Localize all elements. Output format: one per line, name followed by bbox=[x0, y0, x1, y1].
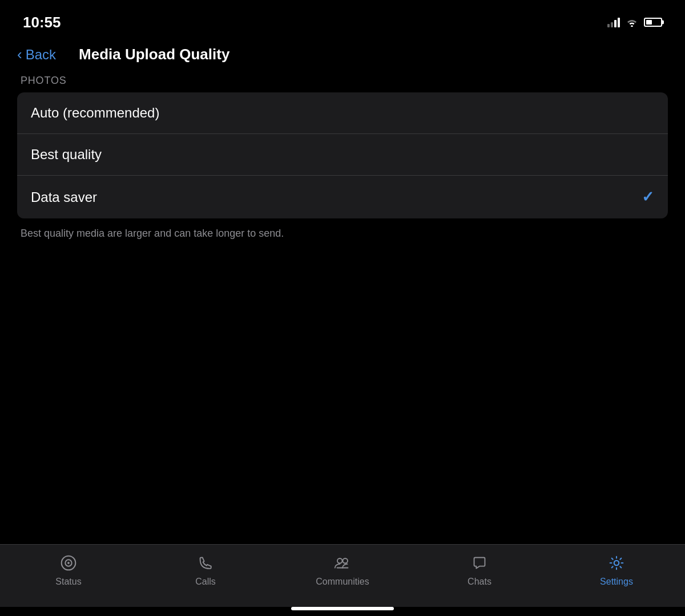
status-icons bbox=[607, 17, 662, 27]
hint-text: Best quality media are larger and can ta… bbox=[17, 226, 668, 241]
tab-calls-label: Calls bbox=[195, 577, 216, 587]
page-title: Media Upload Quality bbox=[79, 46, 229, 63]
option-auto[interactable]: Auto (recommended) bbox=[17, 92, 668, 134]
option-auto-label: Auto (recommended) bbox=[31, 105, 159, 121]
tab-settings[interactable]: Settings bbox=[588, 553, 645, 587]
svg-point-6 bbox=[614, 561, 619, 566]
selected-checkmark-icon: ✓ bbox=[642, 188, 654, 206]
section-label-photos: PHOTOS bbox=[17, 75, 668, 87]
svg-point-5 bbox=[342, 558, 348, 564]
communities-icon bbox=[332, 553, 353, 573]
main-content: PHOTOS Auto (recommended) Best quality D… bbox=[0, 75, 685, 544]
chats-icon bbox=[469, 553, 490, 573]
option-datasaver[interactable]: Data saver ✓ bbox=[17, 176, 668, 218]
photo-quality-options: Auto (recommended) Best quality Data sav… bbox=[17, 92, 668, 218]
battery-icon bbox=[644, 18, 662, 27]
status-time: 10:55 bbox=[23, 14, 61, 31]
svg-point-4 bbox=[337, 558, 342, 564]
tab-settings-label: Settings bbox=[600, 577, 633, 587]
tab-communities-label: Communities bbox=[316, 577, 369, 587]
chevron-left-icon: ‹ bbox=[17, 47, 22, 62]
tab-chats-label: Chats bbox=[468, 577, 491, 587]
nav-header: ‹ Back Media Upload Quality bbox=[0, 34, 685, 75]
wifi-icon bbox=[626, 18, 638, 27]
svg-point-3 bbox=[67, 562, 70, 564]
home-indicator bbox=[291, 607, 394, 610]
status-bar: 10:55 bbox=[0, 0, 685, 34]
option-best-label: Best quality bbox=[31, 147, 102, 163]
back-button[interactable]: ‹ Back bbox=[17, 47, 56, 63]
signal-icon bbox=[607, 17, 620, 27]
back-label: Back bbox=[26, 47, 56, 63]
tab-bar: Status Calls Communities Chats bbox=[0, 544, 685, 607]
status-icon bbox=[58, 553, 79, 573]
svg-point-0 bbox=[631, 25, 633, 27]
calls-icon bbox=[195, 553, 216, 573]
tab-communities[interactable]: Communities bbox=[314, 553, 371, 587]
tab-status-label: Status bbox=[55, 577, 81, 587]
tab-status[interactable]: Status bbox=[40, 553, 97, 587]
option-best[interactable]: Best quality bbox=[17, 134, 668, 176]
settings-icon bbox=[606, 553, 627, 573]
tab-calls[interactable]: Calls bbox=[177, 553, 234, 587]
option-datasaver-label: Data saver bbox=[31, 189, 97, 205]
tab-chats[interactable]: Chats bbox=[451, 553, 508, 587]
